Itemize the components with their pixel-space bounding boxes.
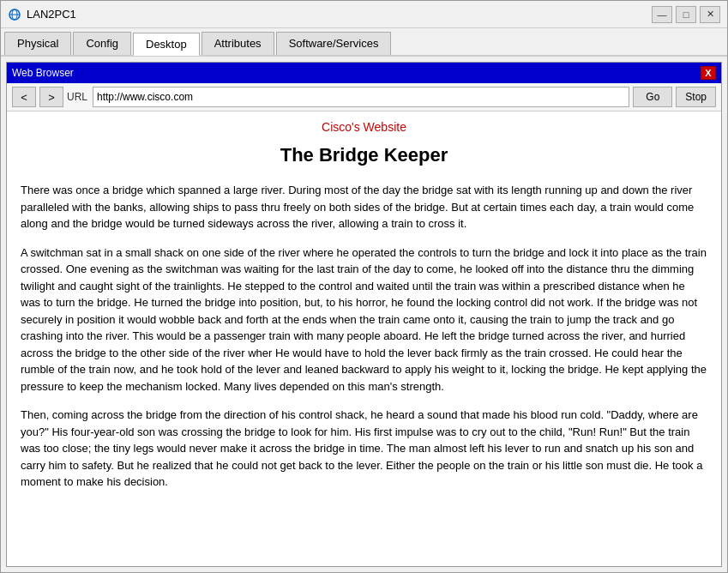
window-controls: — □ ✕ [652,6,720,23]
browser-close-button[interactable]: X [701,66,716,80]
window-title: LAN2PC1 [27,8,652,21]
browser-title: Web Browser [12,67,74,79]
go-button[interactable]: Go [633,87,672,107]
site-title[interactable]: Cisco's Website [21,120,707,134]
content-area: Web Browser X < > URL Go Stop Cisco's We… [1,57,727,572]
maximize-button[interactable]: □ [676,6,696,23]
browser-title-bar: Web Browser X [7,63,721,83]
title-bar: LAN2PC1 — □ ✕ [1,1,727,28]
tab-physical[interactable]: Physical [4,32,71,55]
address-bar: < > URL Go Stop [7,83,721,112]
paragraph-3: Then, coming across the bridge from the … [21,407,707,491]
url-input[interactable] [93,87,629,107]
stop-button[interactable]: Stop [676,87,716,107]
forward-button[interactable]: > [39,87,63,107]
paragraph-2: A switchman sat in a small shack on one … [21,244,707,395]
url-label: URL [67,91,87,103]
article-title: The Bridge Keeper [21,144,707,166]
paragraph-1: There was once a bridge which spanned a … [21,182,707,232]
tab-bar: Physical Config Desktop Attributes Softw… [1,28,727,57]
close-button[interactable]: ✕ [700,6,720,23]
main-window: LAN2PC1 — □ ✕ Physical Config Desktop At… [0,0,728,573]
article-body: There was once a bridge which spanned a … [21,182,707,491]
back-button[interactable]: < [12,87,36,107]
tab-desktop[interactable]: Desktop [133,33,200,56]
tab-software-services[interactable]: Software/Services [276,32,392,55]
minimize-button[interactable]: — [652,6,672,23]
browser-content[interactable]: Cisco's Website The Bridge Keeper There … [7,112,721,566]
app-icon [8,8,21,21]
tab-attributes[interactable]: Attributes [202,32,274,55]
tab-config[interactable]: Config [73,32,131,55]
browser-window: Web Browser X < > URL Go Stop Cisco's We… [6,62,722,567]
